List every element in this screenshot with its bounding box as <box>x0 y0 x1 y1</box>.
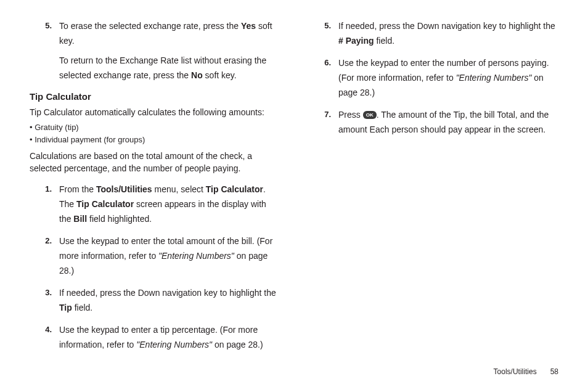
italic-text: "Entering Numbers" <box>136 340 212 349</box>
list-item: 4.Use the keypad to enter a tip percenta… <box>30 322 279 352</box>
left-num-list: 1.From the Tools/Utilities menu, select … <box>30 182 279 352</box>
page: 5.To erase the selected exchange rate, p… <box>0 0 588 392</box>
bold-text: Bill <box>73 214 87 224</box>
list-item: 3.If needed, press the Down navigation k… <box>30 285 279 315</box>
left-column: 5.To erase the selected exchange rate, p… <box>30 18 279 359</box>
ok-icon: OK <box>363 111 377 119</box>
list-body: From the Tools/Utilities menu, select Ti… <box>59 182 279 226</box>
bold-text: Tools/Utilities <box>96 184 152 194</box>
bold-text: Tip <box>59 303 72 312</box>
list-item: 1.From the Tools/Utilities menu, select … <box>30 182 279 226</box>
list-body: Use the keypad to enter a tip percentage… <box>59 322 279 352</box>
right-num-list: 5.If needed, press the Down navigation k… <box>309 18 558 137</box>
footer-page-number: 58 <box>550 367 558 376</box>
basis-text: Calculations are based on the total amou… <box>30 150 279 174</box>
bold-text: Tip Calculator <box>206 184 263 194</box>
paragraph: Use the keypad to enter the total amount… <box>59 234 279 278</box>
list-number: 5. <box>309 18 338 33</box>
paragraph: Use the keypad to enter the number of pe… <box>338 55 558 100</box>
list-item: 5.To erase the selected exchange rate, p… <box>30 18 279 83</box>
bullet-item: Individual payment (for groups) <box>30 134 279 146</box>
italic-text: "Entering Numbers" <box>456 73 532 83</box>
left-top-list: 5.To erase the selected exchange rate, p… <box>30 18 279 83</box>
list-number: 6. <box>309 55 338 70</box>
footer-section: Tools/Utilities <box>494 367 537 376</box>
list-number: 5. <box>30 18 59 33</box>
right-column: 5.If needed, press the Down navigation k… <box>309 18 558 359</box>
page-footer: Tools/Utilities58 <box>494 367 558 376</box>
paragraph: To return to the Exchange Rate list with… <box>59 53 279 83</box>
list-body: If needed, press the Down navigation key… <box>338 18 558 48</box>
list-body: Use the keypad to enter the number of pe… <box>338 55 558 100</box>
heading-tip-calculator: Tip Calculator <box>30 91 279 102</box>
bullet-item: Gratuity (tip) <box>30 121 279 134</box>
columns: 5.To erase the selected exchange rate, p… <box>30 18 558 359</box>
italic-text: "Entering Numbers" <box>158 251 234 261</box>
paragraph: If needed, press the Down navigation key… <box>338 18 558 48</box>
bold-text: # Paying <box>338 36 374 46</box>
list-item: 7.Press OK. The amount of the Tip, the b… <box>309 107 558 137</box>
paragraph: If needed, press the Down navigation key… <box>59 285 279 315</box>
list-body: Use the keypad to enter the total amount… <box>59 234 279 278</box>
paragraph: From the Tools/Utilities menu, select Ti… <box>59 182 279 226</box>
intro-text: Tip Calculator automatically calculates … <box>30 105 279 119</box>
list-number: 4. <box>30 322 59 337</box>
bold-text: No <box>191 70 203 80</box>
list-item: 6.Use the keypad to enter the number of … <box>309 55 558 100</box>
list-body: Press OK. The amount of the Tip, the bil… <box>338 107 558 137</box>
paragraph: Use the keypad to enter a tip percentage… <box>59 322 279 352</box>
list-item: 5.If needed, press the Down navigation k… <box>309 18 558 48</box>
paragraph: Press OK. The amount of the Tip, the bil… <box>338 107 558 137</box>
list-body: To erase the selected exchange rate, pre… <box>59 18 279 83</box>
list-item: 2.Use the keypad to enter the total amou… <box>30 234 279 278</box>
list-number: 2. <box>30 234 59 248</box>
bullet-list: Gratuity (tip)Individual payment (for gr… <box>30 121 279 146</box>
list-number: 7. <box>309 107 338 122</box>
bold-text: Yes <box>241 21 256 31</box>
list-number: 1. <box>30 182 59 197</box>
bold-text: Tip Calculator <box>76 199 134 209</box>
list-number: 3. <box>30 285 59 300</box>
list-body: If needed, press the Down navigation key… <box>59 285 279 315</box>
paragraph: To erase the selected exchange rate, pre… <box>59 18 279 48</box>
